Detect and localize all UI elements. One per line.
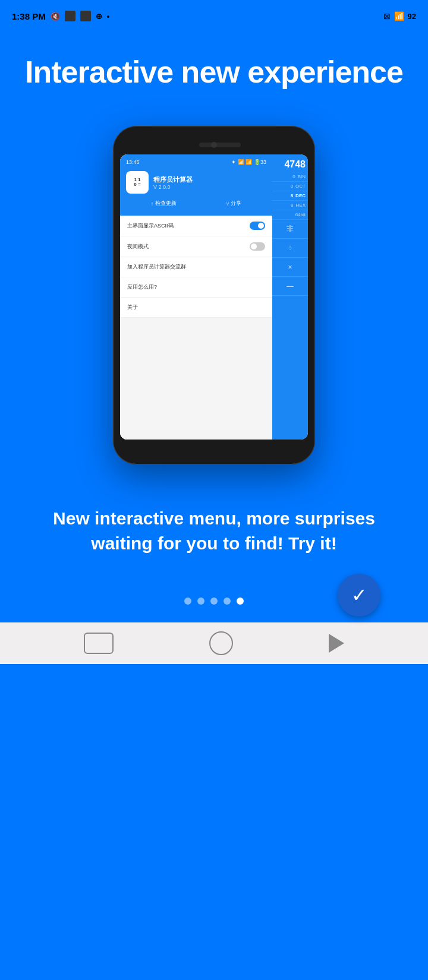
calc-mode-bin[interactable]: 0 BIN [272,172,308,182]
settings-label-howto: 应用怎么用? [127,283,157,291]
inner-time: 13:45 [126,159,140,165]
mute-icon: 🔇 [51,12,60,21]
phone-top-bar [120,137,308,153]
settings-label-ascii: 主界面显示ASCII码 [127,222,174,230]
app-icon-small: 1 10 = [126,171,149,194]
calc-bitlabel: 64bit [272,210,308,220]
dot-icon: • [107,12,110,21]
phone-speaker [199,143,241,147]
app-info-row: 1 10 = 程序员计算器 V 2.0.0 [126,167,266,197]
layers-icon: ⊕ [96,12,102,21]
main-content: Interactive new experience 13:45 ✦ 📶 📶 🔋… [0,30,428,470]
nav-recent-button[interactable] [84,633,114,654]
battery-label: 92 [408,12,416,21]
inner-icons: ✦ 📶 📶 🔋33 [231,159,266,165]
app-icon-1 [65,11,75,21]
page-headline: Interactive new experience [25,53,403,90]
settings-label-about: 关于 [127,304,138,311]
fab-done-button[interactable]: ✓ [338,574,380,617]
app-name-text: 程序员计算器 [153,175,266,184]
screen-left: 13:45 ✦ 📶 📶 🔋33 1 10 = 程序员计算器 V 2.0.0 [120,154,272,440]
calc-mode-oct[interactable]: 0 OCT [272,182,308,191]
wifi-icon: 📶 [394,11,404,21]
screen-actions: ↑ 检查更新 ⑂ 分享 [126,197,266,211]
battery-x-icon: ⊠ [383,11,391,21]
toggle-ascii[interactable] [250,222,265,230]
check-icon: ✓ [351,584,367,606]
app-version: V 2.0.0 [153,184,266,190]
time-label: 1:38 PM [12,11,46,21]
dot-1[interactable] [184,598,191,605]
phone-screen: 13:45 ✦ 📶 📶 🔋33 1 10 = 程序员计算器 V 2.0.0 [120,154,308,440]
settings-item-howto[interactable]: 应用怎么用? [120,277,272,298]
status-right: ⊠ 📶 92 [383,11,416,21]
dot-5-active[interactable] [237,598,244,605]
share-btn[interactable]: ⑂ 分享 [226,200,241,207]
app-icon-2 [80,11,91,21]
nav-home-button[interactable] [209,631,233,655]
phone-outer: 13:45 ✦ 📶 📶 🔋33 1 10 = 程序员计算器 V 2.0.0 [113,126,315,464]
share-icon: ⑂ [226,201,229,207]
calc-op-not[interactable]: 非 [272,220,308,239]
screen-header: 13:45 ✦ 📶 📶 🔋33 1 10 = 程序员计算器 V 2.0.0 [120,154,272,216]
status-bar: 1:38 PM 🔇 ⊕ • ⊠ 📶 92 [0,0,428,30]
toggle-night[interactable] [250,242,265,251]
calc-display: 4748 [272,154,308,172]
calc-mode-dec[interactable]: 8 DEC [272,191,308,201]
screen-statusbar: 13:45 ✦ 📶 📶 🔋33 [126,159,266,165]
update-icon: ↑ [151,201,154,207]
settings-item-about[interactable]: 关于 [120,298,272,318]
status-left: 1:38 PM 🔇 ⊕ • [12,11,109,21]
calc-mode-hex[interactable]: 8 HEX [272,201,308,210]
dot-3[interactable] [210,598,218,605]
bottom-nav [0,622,428,664]
app-title-col: 程序员计算器 V 2.0.0 [153,175,266,190]
settings-item-night[interactable]: 夜间模式 [120,236,272,257]
check-update-btn[interactable]: ↑ 检查更新 [151,200,177,207]
phone-camera [211,142,217,148]
calc-modes: 0 BIN 0 OCT 8 DEC 8 HEX [272,172,308,220]
settings-label-community: 加入程序员计算器交流群 [127,263,186,271]
nav-back-button[interactable] [329,634,344,653]
settings-list: 主界面显示ASCII码 夜间模式 加入程序员计算器交流群 应用怎么用? [120,216,272,440]
settings-item-community[interactable]: 加入程序员计算器交流群 [120,257,272,277]
dot-4[interactable] [224,598,231,605]
phone-mockup: 13:45 ✦ 📶 📶 🔋33 1 10 = 程序员计算器 V 2.0.0 [113,126,315,470]
settings-item-ascii[interactable]: 主界面显示ASCII码 [120,216,272,236]
bottom-description: New interactive menu, more surprises wai… [24,470,404,586]
dot-2[interactable] [197,598,204,605]
calc-op-div[interactable]: ÷ [272,239,308,258]
calc-op-sub[interactable]: — [272,277,308,296]
settings-label-night: 夜间模式 [127,243,149,251]
screen-right: 4748 0 BIN 0 OCT 8 DEC [272,154,308,440]
calc-ops: 非 ÷ × — [272,220,308,440]
pagination: ✓ [24,586,404,622]
calc-op-mul[interactable]: × [272,258,308,277]
